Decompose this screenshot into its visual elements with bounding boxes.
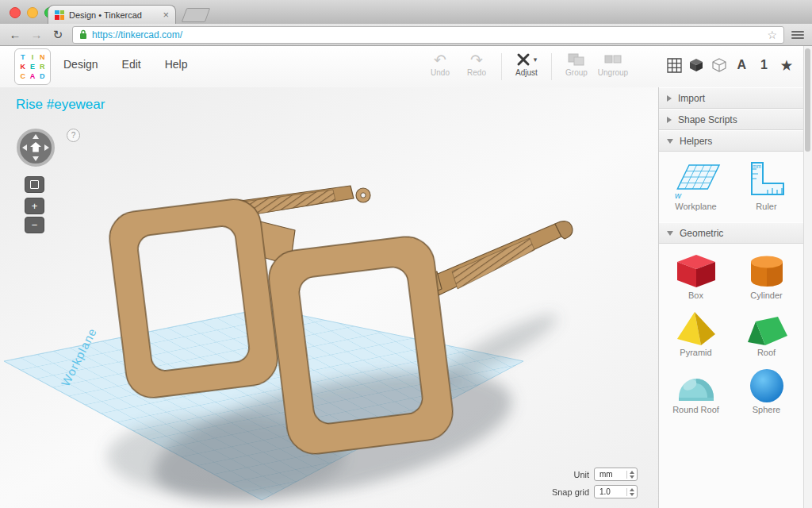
tile-label: Ruler <box>756 202 776 211</box>
zoom-out-button[interactable]: − <box>25 217 44 233</box>
redo-button[interactable]: ↷ Redo <box>458 51 495 83</box>
hole-shapes-tab[interactable] <box>710 56 729 75</box>
logo-letter: C <box>18 72 27 81</box>
logo-letter: I <box>28 52 36 61</box>
scrollbar-thumb[interactable] <box>805 48 810 152</box>
solid-shapes-tab[interactable] <box>687 56 706 75</box>
unit-label: Unit <box>573 470 589 479</box>
shape-pyramid[interactable]: Pyramid <box>674 309 718 357</box>
section-label: Geometric <box>680 228 723 239</box>
grid-settings: Unit mm Snap grid 1.0 <box>552 464 638 498</box>
group-button[interactable]: Group <box>558 51 595 83</box>
snap-grid-stepper[interactable] <box>626 488 634 496</box>
browser-menu-icon[interactable] <box>791 31 804 39</box>
logo-letter: T <box>18 52 27 61</box>
round-roof-shape-icon <box>674 366 718 404</box>
redo-icon: ↷ <box>458 51 495 68</box>
back-icon[interactable]: ← <box>8 29 22 40</box>
adjust-icon: ▾ <box>508 51 545 68</box>
shape-box[interactable]: Box <box>674 252 718 300</box>
tile-label: Sphere <box>753 405 780 414</box>
helpers-tiles: w Workplane mm Ruler <box>659 152 803 222</box>
workplane-helper-icon: w <box>670 160 722 201</box>
tile-label: Pyramid <box>680 348 711 357</box>
shapes-panel: Import Shape Scripts Helpers w Workplane <box>658 87 803 508</box>
ruler-helper-icon: mm <box>744 160 790 201</box>
logo-letter: A <box>28 72 36 81</box>
tinkercad-logo[interactable]: T I N K E R C A D <box>14 48 51 85</box>
zoom-in-button[interactable]: + <box>25 198 44 214</box>
section-geometric[interactable]: Geometric <box>659 222 803 244</box>
shape-cylinder[interactable]: Cylinder <box>745 252 789 300</box>
address-bar: ← → ↻ https://tinkercad.com/ ☆ <box>0 24 812 46</box>
section-import[interactable]: Import <box>659 87 803 109</box>
ungroup-icon <box>595 51 631 68</box>
workplane-grid-tab[interactable] <box>665 56 684 75</box>
ungroup-button[interactable]: Ungroup <box>595 51 631 83</box>
url-field[interactable]: https://tinkercad.com/ ☆ <box>72 26 784 44</box>
logo-letter: K <box>18 62 27 71</box>
menu-design[interactable]: Design <box>63 58 98 71</box>
adjust-dropdown-icon: ▾ <box>534 56 538 64</box>
minimize-window-button[interactable] <box>27 7 38 18</box>
app-toolbar: T I N K E R C A D Design Edit Help ↶ Und… <box>0 46 812 88</box>
app-menubar: Design Edit Help <box>63 58 188 71</box>
section-label: Helpers <box>680 136 712 147</box>
fit-view-icon <box>30 180 39 189</box>
toolbar-divider <box>551 53 552 80</box>
page-scrollbar[interactable] <box>803 46 812 508</box>
shape-ruler[interactable]: mm Ruler <box>744 160 790 211</box>
forward-icon[interactable]: → <box>29 29 44 40</box>
snap-grid-select[interactable]: 1.0 <box>594 485 638 498</box>
snap-grid-label: Snap grid <box>552 487 589 497</box>
design-title: Rise #eyewear <box>16 97 105 113</box>
adjust-button[interactable]: ▾ Adjust <box>508 51 545 83</box>
sphere-shape-icon <box>745 366 789 404</box>
bookmark-star-icon[interactable]: ☆ <box>767 29 777 41</box>
pyramid-shape-icon <box>674 309 718 347</box>
section-helpers[interactable]: Helpers <box>659 130 803 152</box>
3d-scene: Workplane <box>0 87 658 508</box>
ungroup-label: Ungroup <box>595 68 631 77</box>
view-navigation-pad[interactable] <box>15 127 56 171</box>
design-canvas[interactable]: Workplane <box>0 87 658 508</box>
close-window-button[interactable] <box>10 7 21 18</box>
section-shape-scripts[interactable]: Shape Scripts <box>659 109 803 130</box>
chevron-right-icon <box>667 117 672 123</box>
reload-icon[interactable]: ↻ <box>51 29 65 40</box>
logo-letter: N <box>38 52 47 61</box>
new-tab-button[interactable] <box>182 8 211 22</box>
shape-round-roof[interactable]: Round Roof <box>672 366 719 414</box>
menu-help[interactable]: Help <box>165 58 188 71</box>
help-button[interactable]: ? <box>67 129 80 142</box>
undo-icon: ↶ <box>422 51 458 68</box>
unit-select[interactable]: mm <box>594 468 638 481</box>
undo-button[interactable]: ↶ Undo <box>422 51 458 83</box>
close-tab-icon[interactable]: × <box>163 10 169 20</box>
unit-value: mm <box>599 470 626 479</box>
group-label: Group <box>558 68 595 77</box>
geometric-tiles: Box Cylinder Pyramid <box>659 244 803 425</box>
menu-edit[interactable]: Edit <box>122 58 141 71</box>
unit-stepper[interactable] <box>626 471 634 479</box>
favorites-tab[interactable]: ★ <box>777 56 796 75</box>
tile-label: Box <box>688 291 703 300</box>
shape-workplane[interactable]: w Workplane <box>670 160 722 211</box>
section-label: Shape Scripts <box>678 114 737 125</box>
browser-tab[interactable]: Design • Tinkercad × <box>48 5 176 24</box>
shape-category-tabs: A 1 ★ <box>665 53 796 77</box>
shape-roof[interactable]: Roof <box>745 309 789 357</box>
roof-shape-icon <box>745 309 789 347</box>
tab-title: Design • Tinkercad <box>69 10 158 20</box>
logo-letter: E <box>28 62 36 71</box>
section-label: Import <box>678 93 705 104</box>
ruler-mm-glyph: mm <box>753 164 761 169</box>
tile-label: Round Roof <box>672 405 719 414</box>
fit-view-button[interactable] <box>25 176 44 193</box>
shape-sphere[interactable]: Sphere <box>745 366 789 414</box>
box-shape-icon <box>674 252 718 290</box>
url-text: https://tinkercad.com/ <box>92 29 182 40</box>
number-shapes-tab[interactable]: 1 <box>755 56 774 75</box>
text-shapes-tab[interactable]: A <box>732 56 751 75</box>
undo-label: Undo <box>422 68 458 77</box>
